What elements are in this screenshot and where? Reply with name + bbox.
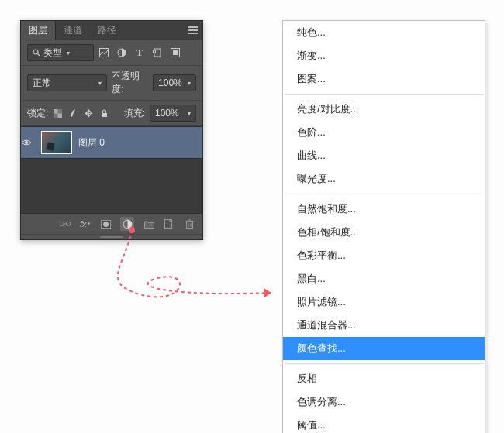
menu-item[interactable]: 纯色... <box>283 21 485 44</box>
menu-item[interactable]: 自然饱和度... <box>283 198 485 221</box>
menu-item[interactable]: 反相 <box>283 367 485 390</box>
filter-kind-dropdown[interactable]: 类型 ▾ <box>27 44 94 61</box>
svg-rect-9 <box>54 109 58 114</box>
chevron-down-icon: ▾ <box>98 80 102 87</box>
menu-item-selected[interactable]: 颜色查找... <box>283 337 485 360</box>
panel-footer: fx▾ <box>21 213 202 234</box>
layer-item[interactable]: 图层 0 <box>21 126 202 159</box>
opacity-dropdown[interactable]: 100% ▾ <box>153 74 196 91</box>
layers-panel: 图层 通道 路径 类型 ▾ T 正常 ▾ 不透明度: 100% ▾ <box>20 20 203 240</box>
lock-icons: ✥ <box>53 108 109 119</box>
menu-item[interactable]: 亮度/对比度... <box>283 98 485 121</box>
blend-opacity-row: 正常 ▾ 不透明度: 100% ▾ <box>21 66 202 101</box>
filter-shape-icon[interactable] <box>152 47 163 58</box>
menu-item[interactable]: 色阶... <box>283 121 485 144</box>
lock-all-icon[interactable] <box>99 108 109 119</box>
layers-list: 图层 0 <box>21 126 202 213</box>
tab-paths[interactable]: 路径 <box>90 21 124 40</box>
mask-icon[interactable] <box>100 218 111 229</box>
menu-item[interactable]: 色彩平衡... <box>283 244 485 267</box>
menu-item[interactable]: 曝光度... <box>283 167 485 191</box>
lock-fill-row: 锁定: ✥ 填充: 100% ▾ <box>21 101 202 126</box>
visibility-eye-icon[interactable] <box>21 139 41 146</box>
svg-rect-20 <box>186 222 192 229</box>
fill-dropdown[interactable]: 100% ▾ <box>150 105 196 122</box>
fx-icon[interactable]: fx▾ <box>80 218 91 229</box>
opacity-label: 不透明度: <box>112 70 148 96</box>
new-layer-icon[interactable] <box>164 218 174 229</box>
svg-rect-10 <box>58 113 63 118</box>
chevron-down-icon: ▾ <box>67 50 70 57</box>
filter-icons: T <box>98 47 181 58</box>
svg-rect-5 <box>154 50 156 53</box>
opacity-value: 100% <box>158 77 182 88</box>
lock-transparency-icon[interactable] <box>53 108 63 119</box>
chevron-down-icon: ▾ <box>188 80 191 87</box>
lock-label: 锁定: <box>27 107 48 120</box>
layer-thumbnail[interactable] <box>41 131 72 154</box>
svg-point-17 <box>103 222 109 227</box>
menu-item[interactable]: 通道混合器... <box>283 314 485 337</box>
menu-item[interactable]: 照片滤镜... <box>283 290 485 314</box>
filter-adjust-icon[interactable] <box>116 47 127 58</box>
svg-point-12 <box>25 141 28 144</box>
filter-kind-label: 类型 <box>43 46 62 60</box>
filter-type-icon[interactable]: T <box>134 47 145 58</box>
svg-rect-7 <box>173 50 178 55</box>
tab-layers[interactable]: 图层 <box>21 21 56 40</box>
adjustment-layer-icon[interactable] <box>120 217 134 231</box>
svg-line-1 <box>37 53 40 56</box>
filter-image-icon[interactable] <box>98 47 109 58</box>
fill-label: 填充: <box>124 107 145 120</box>
menu-item[interactable]: 色调分离... <box>283 390 485 414</box>
chevron-down-icon: ▾ <box>188 110 191 117</box>
menu-separator <box>285 194 483 194</box>
tab-channels[interactable]: 通道 <box>56 21 90 40</box>
trash-icon[interactable] <box>184 218 195 229</box>
lock-position-icon[interactable]: ✥ <box>84 108 94 119</box>
menu-item[interactable]: 图案... <box>283 67 485 91</box>
blend-mode-value: 正常 <box>33 77 51 90</box>
blend-mode-dropdown[interactable]: 正常 ▾ <box>27 74 107 91</box>
panel-resize-grip[interactable] <box>21 234 202 239</box>
svg-point-0 <box>33 50 38 54</box>
search-icon <box>33 49 40 57</box>
adjustment-context-menu: 纯色... 渐变... 图案... 亮度/对比度... 色阶... 曲线... … <box>282 20 485 433</box>
menu-item[interactable]: 色相/饱和度... <box>283 221 485 244</box>
layer-name[interactable]: 图层 0 <box>78 136 105 149</box>
filter-smart-icon[interactable] <box>170 47 181 58</box>
menu-item[interactable]: 黑白... <box>283 267 485 290</box>
svg-rect-11 <box>102 113 107 117</box>
filter-row: 类型 ▾ T <box>21 40 202 66</box>
menu-separator <box>285 363 483 364</box>
menu-item[interactable]: 阈值... <box>283 414 485 433</box>
menu-separator <box>285 94 483 95</box>
link-icon[interactable] <box>60 218 71 229</box>
panel-menu-icon[interactable] <box>188 25 198 36</box>
panel-tabs: 图层 通道 路径 <box>21 21 202 40</box>
svg-rect-2 <box>100 49 109 57</box>
fill-value: 100% <box>155 108 179 119</box>
layers-empty-area <box>21 159 202 213</box>
menu-item[interactable]: 渐变... <box>283 44 485 67</box>
group-icon[interactable] <box>143 218 154 229</box>
menu-item[interactable]: 曲线... <box>283 144 485 167</box>
lock-pixels-icon[interactable] <box>68 108 78 119</box>
